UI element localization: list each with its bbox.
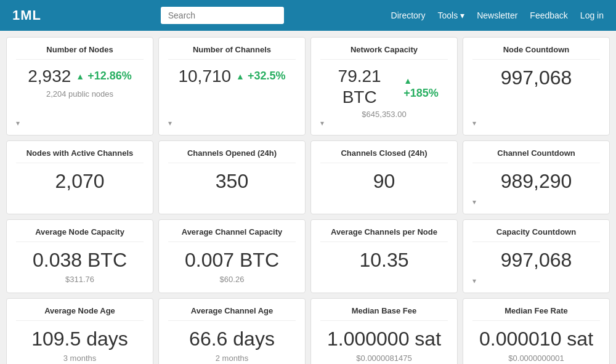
card-title-capacity-countdown: Capacity Countdown [472,227,600,242]
card-nodes-active-channels: Nodes with Active Channels2,070 [6,140,153,214]
card-avg-channel-capacity: Average Channel Capacity0.007 BTC$60.26 [158,219,306,293]
chevron-down-icon: ▾ [460,10,464,20]
chevron-down-icon[interactable]: ▾ [168,119,172,127]
search-input[interactable] [161,7,284,24]
card-avg-channels-per-node: Average Channels per Node10.35 [310,219,458,293]
card-capacity-countdown: Capacity Countdown997,068▾ [463,219,610,293]
card-value-node-countdown: 997,068 [501,66,572,89]
nav-newsletter[interactable]: Newsletter [477,10,517,20]
card-value-avg-node-capacity: 0.038 BTC [33,248,127,272]
card-sub-median-fee-rate: $0.0000000001 [508,354,564,363]
card-channel-countdown: Channel Countdown989,290▾ [463,140,610,214]
card-sub-avg-node-capacity: $311.76 [65,275,94,284]
card-title-avg-channel-capacity: Average Channel Capacity [168,227,296,242]
card-title-channels-closed: Channels Closed (24h) [320,148,448,163]
card-title-channels-opened: Channels Opened (24h) [168,148,296,163]
card-value-avg-node-age: 109.5 days [31,327,128,350]
chevron-down-icon[interactable]: ▾ [16,119,20,127]
card-title-network-capacity: Network Capacity [320,45,448,60]
card-avg-channel-age: Average Channel Age66.6 days2 months [158,298,306,364]
up-arrow-icon: ▲ [76,71,84,81]
card-sub-avg-node-age: 3 months [63,354,96,363]
card-number-of-channels: Number of Channels 10,710 ▲ +32.5% ▾ [158,37,306,135]
card-title-number-of-channels: Number of Channels [168,45,296,60]
card-sub-median-base-fee: $0.0000081475 [356,354,411,363]
card-trend-number-of-nodes: ▲ +12.86% [76,70,131,83]
header: 1ML Directory Tools ▾ Newsletter Feedbac… [0,0,616,31]
card-value-channel-countdown: 989,290 [501,169,572,193]
card-value-channels-opened: 350 [216,169,248,193]
card-value-median-base-fee: 1.000000 sat [327,327,441,350]
card-title-nodes-active-channels: Nodes with Active Channels [16,148,144,163]
card-value-number-of-nodes: 2,932 [28,66,71,87]
card-value-row-number-of-channels: 10,710 ▲ +32.5% [178,66,285,87]
card-title-median-base-fee: Median Base Fee [320,306,448,321]
card-trend-network-capacity: ▲ +185% [403,74,448,100]
card-node-countdown: Node Countdown997,068▾ [463,37,610,135]
card-network-capacity: Network Capacity 79.21 BTC ▲ +185% $645,… [310,37,458,135]
card-number-of-nodes: Number of Nodes 2,932 ▲ +12.86% 2,204 pu… [6,37,153,135]
card-title-avg-channels-per-node: Average Channels per Node [320,227,448,242]
card-value-avg-channel-capacity: 0.007 BTC [185,248,279,272]
card-value-number-of-channels: 10,710 [178,66,231,87]
card-value-row-network-capacity: 79.21 BTC ▲ +185% [320,66,448,107]
card-sub-number-of-nodes: 2,204 public nodes [46,89,113,99]
card-value-network-capacity: 79.21 BTC [320,66,399,107]
card-sub-avg-channel-capacity: $60.26 [220,275,245,284]
card-title-number-of-nodes: Number of Nodes [16,45,144,60]
card-title-avg-node-age: Average Node Age [16,306,144,321]
chevron-down-icon[interactable]: ▾ [320,119,324,127]
card-title-avg-node-capacity: Average Node Capacity [16,227,144,242]
card-value-row-number-of-nodes: 2,932 ▲ +12.86% [28,66,132,87]
dashboard: Number of Nodes 2,932 ▲ +12.86% 2,204 pu… [0,31,616,364]
card-value-channels-closed: 90 [373,169,395,193]
card-channels-opened: Channels Opened (24h)350 [158,140,306,214]
card-title-channel-countdown: Channel Countdown [472,148,600,163]
card-title-avg-channel-age: Average Channel Age [168,306,296,321]
up-arrow-icon: ▲ [236,71,245,81]
card-value-nodes-active-channels: 2,070 [55,169,104,193]
card-value-avg-channels-per-node: 10.35 [359,248,408,272]
chevron-down-icon[interactable]: ▾ [472,119,476,127]
card-title-median-fee-rate: Median Fee Rate [472,306,600,321]
up-arrow-icon: ▲ [403,76,412,86]
card-sub-network-capacity: $645,353.00 [362,110,406,119]
card-channels-closed: Channels Closed (24h)90 [310,140,458,214]
card-value-median-fee-rate: 0.000010 sat [479,327,593,350]
card-avg-node-age: Average Node Age109.5 days3 months [6,298,153,364]
card-avg-node-capacity: Average Node Capacity0.038 BTC$311.76 [6,219,153,293]
card-median-fee-rate: Median Fee Rate0.000010 sat$0.0000000001 [463,298,610,364]
main-nav: Directory Tools ▾ Newsletter Feedback Lo… [391,10,604,20]
card-sub-avg-channel-age: 2 months [216,354,248,363]
logo: 1ML [12,7,41,23]
chevron-down-icon[interactable]: ▾ [472,277,476,285]
nav-feedback[interactable]: Feedback [530,10,567,20]
card-trend-number-of-channels: ▲ +32.5% [236,70,285,83]
card-median-base-fee: Median Base Fee1.000000 sat$0.0000081475 [310,298,458,364]
card-value-avg-channel-age: 66.6 days [189,327,275,350]
chevron-down-icon[interactable]: ▾ [472,198,476,206]
nav-tools-dropdown[interactable]: Tools ▾ [438,10,465,20]
card-title-node-countdown: Node Countdown [472,45,600,60]
nav-directory[interactable]: Directory [391,10,426,20]
nav-login[interactable]: Log in [580,10,604,20]
search-container [54,7,391,24]
card-value-capacity-countdown: 997,068 [501,248,572,272]
